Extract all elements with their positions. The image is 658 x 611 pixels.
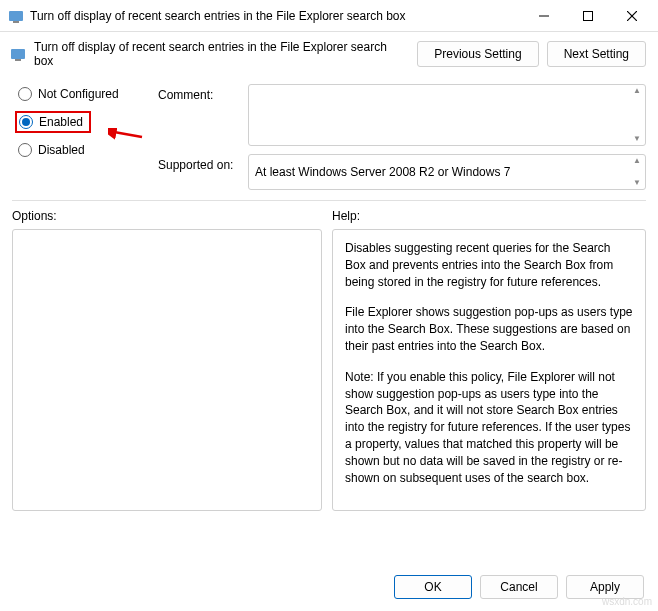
help-text: Disables suggesting recent queries for t… [345, 240, 633, 290]
radio-not-configured[interactable]: Not Configured [18, 87, 146, 101]
help-label: Help: [332, 209, 646, 223]
help-text: File Explorer shows suggestion pop-ups a… [345, 304, 633, 354]
policy-icon [8, 8, 24, 24]
help-panel[interactable]: Disables suggesting recent queries for t… [332, 229, 646, 511]
comment-row: Comment: ▲ ▼ [158, 84, 646, 146]
svg-rect-7 [15, 59, 21, 61]
state-radios: Not Configured Enabled Disabled [18, 84, 146, 190]
previous-setting-button[interactable]: Previous Setting [417, 41, 538, 67]
options-label: Options: [12, 209, 322, 223]
watermark: wsxdn.com [602, 596, 652, 607]
radio-label: Not Configured [38, 87, 119, 101]
scroll-up-icon: ▲ [631, 87, 643, 95]
info-column: Comment: ▲ ▼ Supported on: At least Wind… [158, 84, 646, 190]
policy-title: Turn off display of recent search entrie… [34, 40, 409, 68]
minimize-button[interactable] [522, 1, 566, 31]
options-panel [12, 229, 322, 511]
svg-line-8 [114, 132, 142, 137]
lower-area: Options: Help: Disables suggesting recen… [0, 201, 658, 511]
scroll-down-icon: ▼ [631, 179, 643, 187]
cancel-button[interactable]: Cancel [480, 575, 558, 599]
policy-icon [10, 46, 26, 62]
radio-icon [18, 87, 32, 101]
window-title: Turn off display of recent search entrie… [30, 9, 522, 23]
maximize-button[interactable] [566, 1, 610, 31]
svg-rect-3 [584, 11, 593, 20]
supported-value: At least Windows Server 2008 R2 or Windo… [255, 165, 510, 179]
options-column: Options: [12, 209, 322, 511]
help-column: Help: Disables suggesting recent queries… [332, 209, 646, 511]
comment-textbox[interactable]: ▲ ▼ [248, 84, 646, 146]
help-text: Note: If you enable this policy, File Ex… [345, 369, 633, 487]
svg-rect-1 [13, 21, 19, 23]
titlebar: Turn off display of recent search entrie… [0, 0, 658, 32]
scroll-up-icon: ▲ [631, 157, 643, 165]
radio-label: Enabled [39, 115, 83, 129]
close-button[interactable] [610, 1, 654, 31]
svg-rect-6 [11, 49, 25, 59]
scroll-down-icon: ▼ [631, 135, 643, 143]
svg-rect-0 [9, 11, 23, 21]
next-setting-button[interactable]: Next Setting [547, 41, 646, 67]
radio-icon [19, 115, 33, 129]
ok-button[interactable]: OK [394, 575, 472, 599]
radio-icon [18, 143, 32, 157]
header: Turn off display of recent search entrie… [0, 32, 658, 78]
supported-row: Supported on: At least Windows Server 20… [158, 154, 646, 190]
config-area: Not Configured Enabled Disabled Comment:… [0, 78, 658, 190]
supported-textbox: At least Windows Server 2008 R2 or Windo… [248, 154, 646, 190]
radio-label: Disabled [38, 143, 85, 157]
radio-enabled[interactable]: Enabled [15, 111, 91, 133]
supported-label: Supported on: [158, 154, 238, 172]
annotation-arrow-icon [108, 128, 144, 150]
window-controls [522, 1, 654, 31]
comment-label: Comment: [158, 84, 238, 102]
